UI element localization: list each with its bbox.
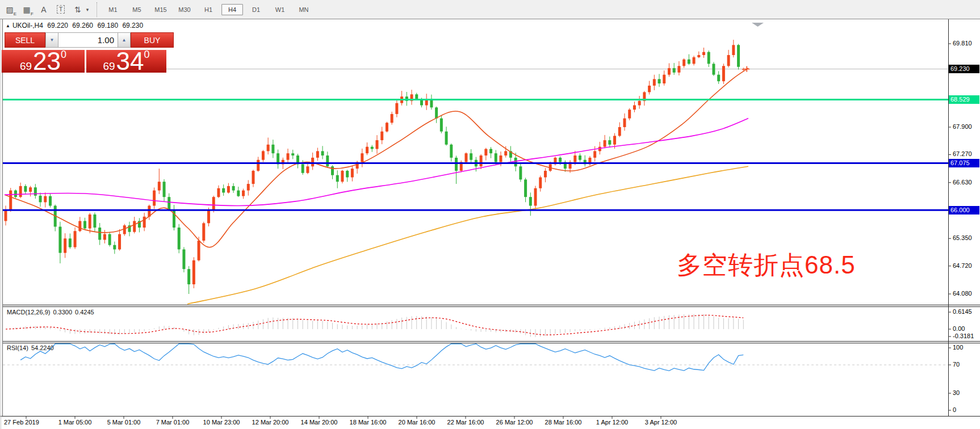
chart-shift-icon[interactable]: [752, 23, 764, 27]
collapse-panel-icon[interactable]: ▲: [6, 23, 10, 28]
candle-down: [559, 158, 562, 162]
price-axis-badge: 66.000: [949, 206, 979, 214]
candle-down: [113, 245, 116, 250]
candle-up: [89, 214, 91, 229]
candle-down: [163, 182, 166, 197]
timeframe-h1[interactable]: H1: [198, 4, 219, 15]
candle-up: [376, 140, 379, 149]
candle-up: [380, 132, 383, 140]
candle-up: [207, 210, 210, 223]
buy-button[interactable]: BUY: [131, 32, 174, 48]
candle-up: [464, 153, 467, 162]
timeframe-h4[interactable]: H4: [221, 4, 243, 15]
candle-down: [608, 140, 611, 145]
candle-down: [346, 171, 349, 178]
candle-up: [5, 210, 7, 221]
text-label-icon[interactable]: A: [36, 3, 51, 16]
timeframe-m15[interactable]: M15: [150, 4, 171, 15]
candles-group: [5, 40, 745, 294]
candle-up: [663, 75, 665, 83]
volume-decrease-button[interactable]: ▼: [45, 32, 58, 48]
candle-down: [187, 269, 190, 284]
candle-up: [217, 188, 220, 197]
ma-mid: [5, 119, 748, 206]
price-axis-label: 65.350: [953, 234, 972, 241]
rsi-label: RSI(14)54.2240: [7, 344, 57, 351]
timeframe-w1[interactable]: W1: [269, 4, 291, 15]
candle-up: [306, 166, 309, 173]
candle-up: [361, 153, 363, 162]
candle-up: [316, 151, 319, 158]
date-axis-label: 7 Mar 01:00: [156, 419, 190, 426]
candle-up: [648, 86, 651, 92]
candle-down: [707, 52, 710, 64]
macd-axis-label: -0.3181: [953, 333, 974, 339]
cycle-arrows-icon[interactable]: ⇅: [70, 3, 85, 16]
candle-down: [291, 153, 294, 155]
volume-input[interactable]: [58, 32, 118, 48]
candle-down: [673, 68, 676, 73]
candle-down: [178, 228, 181, 249]
price-axis-label: 64.720: [953, 262, 972, 269]
sell-price-box[interactable]: 69230: [2, 50, 85, 73]
candle-up: [198, 241, 200, 260]
candle-up: [252, 171, 255, 184]
candle-up: [702, 52, 705, 55]
candle-down: [737, 45, 740, 66]
candle-down: [688, 60, 690, 64]
volume-increase-button[interactable]: ▲: [118, 32, 131, 48]
candle-up: [623, 119, 626, 127]
timeframe-d1[interactable]: D1: [245, 4, 267, 15]
candle-up: [544, 171, 547, 178]
date-axis-label: 10 Mar 23:00: [203, 419, 240, 426]
date-axis-label: 12 Mar 20:00: [252, 419, 289, 426]
candle-up: [133, 221, 136, 232]
price-axis-badge: 69.230: [949, 65, 979, 73]
candle-up: [257, 160, 259, 171]
candle-up: [604, 140, 606, 147]
buy-price-box[interactable]: 69340: [86, 50, 166, 73]
candle-up: [351, 169, 354, 177]
timeframe-mn[interactable]: MN: [293, 4, 315, 15]
candle-down: [49, 196, 52, 206]
sell-button[interactable]: SELL: [5, 32, 45, 48]
candle-up: [722, 66, 725, 81]
candle-down: [445, 132, 448, 145]
candle-down: [712, 64, 715, 74]
candle-down: [470, 153, 472, 160]
date-axis-label: 5 Mar 01:00: [107, 419, 141, 426]
text-box-icon[interactable]: T: [53, 3, 68, 16]
candle-down: [24, 186, 27, 192]
one-click-trade-panel: SELL ▼ ▲ BUY: [5, 32, 174, 48]
candle-down: [301, 164, 304, 173]
candle-down: [658, 79, 661, 83]
candle-up: [693, 57, 696, 64]
candle-up: [9, 191, 12, 211]
grid-icon[interactable]: ▦F: [19, 3, 34, 16]
date-axis-label: 14 Mar 20:00: [301, 419, 338, 426]
timeframe-m5[interactable]: M5: [126, 4, 148, 15]
candle-up: [366, 147, 368, 154]
buy-price-fraction: 0: [144, 49, 150, 60]
candle-up: [143, 217, 146, 228]
candle-up: [103, 234, 106, 240]
candle-up: [677, 66, 680, 73]
price-axis-badge: 67.075: [949, 159, 979, 167]
date-axis-label: 28 Mar 16:00: [545, 419, 582, 426]
timeframe-m1[interactable]: M1: [102, 4, 124, 15]
symbol-ohlc-header: ▲UKOil-,H4 69.220 69.260 69.180 69.230: [6, 22, 145, 30]
timeframe-m30[interactable]: M30: [174, 4, 195, 15]
price-axis-badge: 68.529: [949, 95, 979, 104]
trading-terminal: ▨E ▦F A T ⇅ ▾ M1 M5 M15 M30 H1 H4 D1 W1 …: [0, 0, 980, 429]
candle-down: [83, 221, 86, 228]
candle-down: [435, 107, 438, 118]
price-axis-label: 64.080: [953, 290, 972, 297]
annotation-text[interactable]: 多空转折点68.5: [677, 249, 856, 282]
indicators-icon[interactable]: ▨E: [2, 3, 17, 16]
sell-price-pips: 23: [33, 51, 61, 72]
macd-axis-label: 0.00: [953, 325, 965, 332]
date-axis-label: 3 Apr 12:00: [645, 419, 677, 426]
bar-open: 69.220: [47, 22, 68, 30]
candle-up: [287, 153, 290, 160]
rsi-value: 54.2240: [31, 344, 54, 351]
